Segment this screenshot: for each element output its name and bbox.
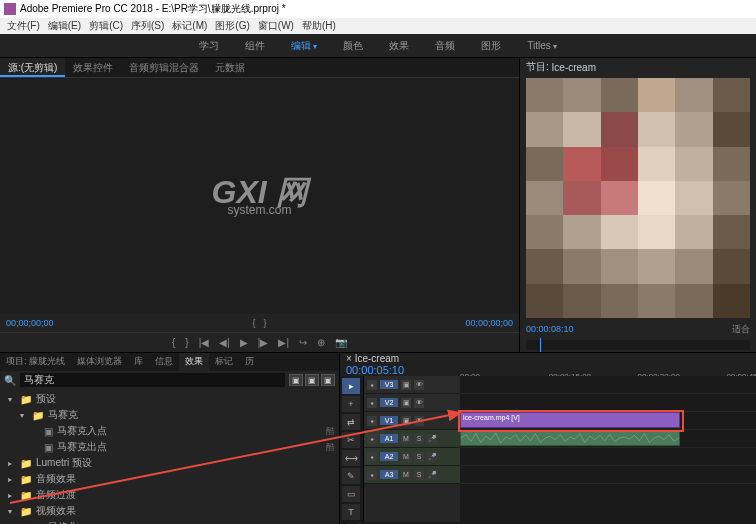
app-icon — [4, 3, 16, 15]
effect-icon: ▣ — [44, 442, 53, 453]
type-tool[interactable]: T — [342, 504, 360, 520]
tree-label: Lumetri 预设 — [36, 456, 92, 470]
overwrite-btn[interactable]: ⊕ — [317, 337, 325, 348]
folder-icon: 📁 — [20, 490, 32, 501]
workspace-assembly[interactable]: 组件 — [241, 37, 269, 55]
workspace-editing[interactable]: 编辑 — [287, 37, 321, 55]
preset-icon-3[interactable]: ▣ — [321, 374, 335, 386]
effects-search-row: 🔍 ▣ ▣ ▣ — [0, 371, 339, 389]
lane-a1[interactable] — [460, 430, 756, 448]
folder-icon: 📁 — [20, 394, 32, 405]
insert-btn[interactable]: ↪ — [299, 337, 307, 348]
program-fit[interactable]: 适合 — [732, 323, 750, 336]
program-transport: 00:00:08:10 适合 — [520, 320, 756, 338]
track-headers: ⬥V3▣👁 ⬥V2▣👁 ⬥V1▣👁 ⬥A1MS🎤 ⬥A2MS🎤 ⬥A3MS🎤 — [364, 376, 460, 522]
go-out-btn[interactable]: ▶| — [278, 337, 289, 348]
tree-label: 风格化 — [48, 520, 78, 524]
lane-v3[interactable] — [460, 376, 756, 394]
menu-file[interactable]: 文件(F) — [4, 19, 43, 33]
workspace-titles[interactable]: Titles — [523, 38, 561, 53]
workspace-effects[interactable]: 效果 — [385, 37, 413, 55]
menu-sequence[interactable]: 序列(S) — [128, 19, 167, 33]
tab-library[interactable]: 库 — [128, 353, 149, 371]
workspace-color[interactable]: 颜色 — [339, 37, 367, 55]
menu-mark[interactable]: 标记(M) — [169, 19, 210, 33]
program-panel: 节目: Ice-cream 00:00:08:10 适合 — [520, 58, 756, 352]
track-v3[interactable]: ⬥V3▣👁 — [364, 376, 460, 394]
tree-label: 视频效果 — [36, 504, 76, 518]
workspace-audio[interactable]: 音频 — [431, 37, 459, 55]
workspace-graphics[interactable]: 图形 — [477, 37, 505, 55]
effects-panel: 项目: 朦胧光线 媒体浏览器 库 信息 效果 标记 历 🔍 ▣ ▣ ▣ ▾📁预设… — [0, 353, 340, 524]
mark-in-btn[interactable]: { — [172, 337, 175, 348]
hand-tool[interactable]: ▭ — [342, 486, 360, 502]
pen-tool[interactable]: ✎ — [342, 468, 360, 484]
tree-right-label: 酷 — [326, 425, 335, 438]
menu-help[interactable]: 帮助(H) — [299, 19, 339, 33]
tree-item-4[interactable]: ▸📁Lumetri 预设 — [0, 455, 339, 471]
program-scrubber[interactable] — [526, 340, 750, 350]
export-frame-btn[interactable]: 📷 — [335, 337, 347, 348]
lane-v1[interactable]: ice-cream.mp4 [V] — [460, 412, 756, 430]
track-select-tool[interactable]: + — [342, 396, 360, 412]
effect-icon: ▣ — [44, 426, 53, 437]
track-v1[interactable]: ⬥V1▣👁 — [364, 412, 460, 430]
tab-media-browser[interactable]: 媒体浏览器 — [71, 353, 128, 371]
workspace-learn[interactable]: 学习 — [195, 37, 223, 55]
tab-info[interactable]: 信息 — [149, 353, 179, 371]
tree-item-8[interactable]: ▾📁风格化 — [0, 519, 339, 524]
audio-clip[interactable] — [460, 430, 680, 446]
video-clip[interactable]: ice-cream.mp4 [V] — [460, 412, 680, 428]
menu-window[interactable]: 窗口(W) — [255, 19, 297, 33]
tree-item-7[interactable]: ▾📁视频效果 — [0, 503, 339, 519]
selection-tool[interactable]: ▸ — [342, 378, 360, 394]
preset-icon-1[interactable]: ▣ — [289, 374, 303, 386]
ripple-tool[interactable]: ⇄ — [342, 414, 360, 430]
track-a1[interactable]: ⬥A1MS🎤 — [364, 430, 460, 448]
menu-edit[interactable]: 编辑(E) — [45, 19, 84, 33]
tree-item-3[interactable]: ▣马赛克出点酷 — [0, 439, 339, 455]
tab-history[interactable]: 历 — [239, 353, 260, 371]
preset-icon-2[interactable]: ▣ — [305, 374, 319, 386]
sequence-name[interactable]: × Ice-cream — [346, 353, 399, 364]
tree-item-1[interactable]: ▾📁马赛克 — [0, 407, 339, 423]
tree-item-6[interactable]: ▸📁音频过渡 — [0, 487, 339, 503]
playhead-icon[interactable] — [540, 338, 541, 352]
tab-markers[interactable]: 标记 — [209, 353, 239, 371]
menu-clip[interactable]: 剪辑(C) — [86, 19, 126, 33]
tab-effects[interactable]: 效果 — [179, 353, 209, 371]
track-a2[interactable]: ⬥A2MS🎤 — [364, 448, 460, 466]
play-btn[interactable]: ▶ — [240, 337, 248, 348]
source-tc-right: 00;00;00;00 — [465, 318, 513, 328]
menu-graphics[interactable]: 图形(G) — [212, 19, 252, 33]
lane-a3[interactable] — [460, 466, 756, 484]
tree-item-0[interactable]: ▾📁预设 — [0, 391, 339, 407]
razor-tool[interactable]: ✂ — [342, 432, 360, 448]
tab-metadata[interactable]: 元数据 — [207, 58, 253, 77]
go-in-btn[interactable]: |◀ — [199, 337, 210, 348]
tab-audio-mixer[interactable]: 音频剪辑混合器 — [121, 58, 207, 77]
tab-effect-controls[interactable]: 效果控件 — [65, 58, 121, 77]
tab-project[interactable]: 项目: 朦胧光线 — [0, 353, 71, 371]
tree-label: 马赛克 — [48, 408, 78, 422]
tree-item-2[interactable]: ▣马赛克入点酷 — [0, 423, 339, 439]
source-tabs: 源:(无剪辑) 效果控件 音频剪辑混合器 元数据 — [0, 58, 519, 78]
tree-item-5[interactable]: ▸📁音频效果 — [0, 471, 339, 487]
step-fwd-btn[interactable]: |▶ — [258, 337, 269, 348]
folder-icon: 📁 — [20, 506, 32, 517]
mark-out-icon[interactable]: } — [264, 318, 267, 328]
lane-a2[interactable] — [460, 448, 756, 466]
mark-in-icon[interactable]: { — [252, 318, 255, 328]
tab-source[interactable]: 源:(无剪辑) — [0, 58, 65, 77]
search-icon: 🔍 — [4, 375, 16, 386]
lane-v2[interactable] — [460, 394, 756, 412]
tree-right-label: 酷 — [326, 441, 335, 454]
workspace-bar: 学习 组件 编辑 颜色 效果 音频 图形 Titles — [0, 34, 756, 58]
mark-out-btn[interactable]: } — [185, 337, 188, 348]
timeline-clips-area[interactable]: ice-cream.mp4 [V] — [460, 376, 756, 522]
step-back-btn[interactable]: ◀| — [219, 337, 230, 348]
effects-search-input[interactable] — [20, 373, 285, 387]
slip-tool[interactable]: ⟷ — [342, 450, 360, 466]
track-a3[interactable]: ⬥A3MS🎤 — [364, 466, 460, 484]
track-v2[interactable]: ⬥V2▣👁 — [364, 394, 460, 412]
